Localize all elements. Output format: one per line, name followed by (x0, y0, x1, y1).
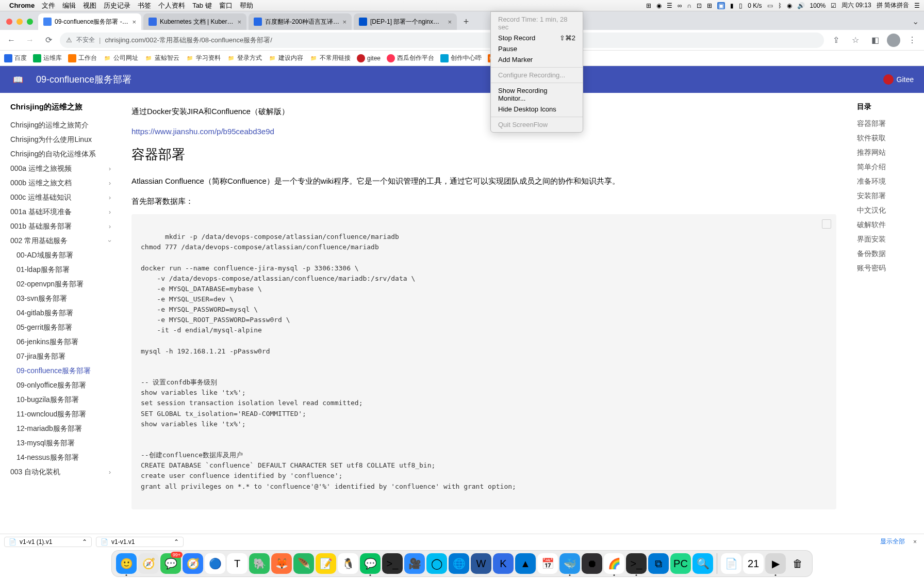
bookmark-gitee[interactable]: gitee (357, 54, 381, 62)
menu-profile[interactable]: 个人资料 (158, 1, 185, 10)
toc-item[interactable]: 备份数据 (857, 247, 919, 261)
menu-history[interactable]: 历史记录 (104, 1, 130, 10)
headphones-icon[interactable]: ∩ (687, 2, 692, 9)
window-minimize[interactable] (16, 19, 23, 25)
bookmark-workbench[interactable]: 工作台 (68, 54, 97, 62)
bookmark-folder-build[interactable]: 📁建设内容 (268, 54, 303, 62)
evernote-menubar-icon[interactable]: ☰ (667, 2, 672, 9)
download-menu-icon[interactable]: ⌃ (174, 538, 179, 545)
sidebar-item[interactable]: 06-jenkins服务部署 (10, 335, 111, 349)
sidebar-item[interactable]: Chrisjing的运维之旅简介 (10, 118, 111, 133)
dock-wps-w[interactable]: W (471, 553, 491, 574)
dock-chrome[interactable]: 🌈 (604, 553, 624, 574)
menu-help[interactable]: 帮助 (240, 1, 253, 10)
sidebar-item[interactable]: 003 自动化装机› (10, 465, 111, 479)
menu-view[interactable]: 视图 (83, 1, 96, 10)
wifi-icon[interactable]: ◉ (787, 2, 792, 9)
chevron-icon[interactable]: › (106, 240, 113, 242)
gitee-link[interactable]: Gitee (883, 74, 914, 85)
bookmark-yunweiku[interactable]: 运维库 (33, 54, 62, 62)
chevron-icon[interactable]: › (109, 165, 111, 172)
dock-docker[interactable]: 🐳 (559, 553, 580, 574)
bookmark-folder-company[interactable]: 📁公司网址 (103, 54, 138, 62)
sidebar-item[interactable]: 09-confluence服务部署 (10, 364, 111, 378)
sidebar-item[interactable]: Chrisjing的自动化运维体系 (10, 147, 111, 162)
wechat-menubar-icon[interactable]: ◉ (656, 2, 662, 9)
dock-firefox[interactable]: 🦊 (271, 553, 292, 574)
bookmark-folder-login[interactable]: 📁登录方式 (227, 54, 262, 62)
dock-app1[interactable]: ◯ (426, 553, 447, 574)
dock-calendar[interactable]: 📅 (537, 553, 558, 574)
window-close[interactable] (6, 19, 12, 25)
bookmark-star-icon[interactable]: ☆ (848, 33, 863, 48)
dock-pycharm[interactable]: PC (670, 553, 691, 574)
sidebar-item[interactable]: 001a 基础环境准备› (10, 205, 111, 219)
dock-iterm[interactable]: >_ (626, 553, 647, 574)
download-item-1[interactable]: 📄 v1-v1 (1).v1 ⌃ (4, 537, 92, 547)
sidebar-item[interactable]: 000a 运维之旅视频› (10, 162, 111, 176)
dock-zoom[interactable]: 🎥 (404, 553, 425, 574)
download-item-2[interactable]: 📄 v1-v1.v1 ⌃ (96, 537, 184, 547)
chevron-icon[interactable]: › (109, 208, 111, 216)
menubar-icon[interactable]: ⊞ (646, 2, 651, 9)
chevron-icon[interactable]: › (109, 180, 111, 187)
sidebar-item[interactable]: 00-AD域服务部署 (10, 248, 111, 263)
dock-cal[interactable]: 21 (743, 553, 764, 574)
dock-azure[interactable]: ▲ (515, 553, 536, 574)
not-secure-icon[interactable]: ⚠ (66, 36, 72, 44)
menu-bookmarks[interactable]: 书签 (138, 1, 151, 10)
dock-finder[interactable]: 🙂 (116, 553, 137, 574)
pause-record[interactable]: Pause (491, 43, 583, 54)
sidebar-item[interactable]: Chrisjing为什么使用Linux (10, 133, 111, 147)
sidebar-item[interactable]: 002 常用基础服务› (10, 234, 111, 248)
toc-item[interactable]: 准备环境 (857, 174, 919, 189)
jianshu-link[interactable]: https://www.jianshu.com/p/b95ceabd3e9d (131, 127, 274, 136)
chevron-icon[interactable]: › (109, 469, 111, 476)
bookmark-bilibili[interactable]: 创作中心哔 (440, 54, 482, 62)
show-monitor[interactable]: Show Recording Monitor... (491, 85, 583, 104)
dock-yuque[interactable]: 🪶 (293, 553, 314, 574)
tab-close-icon[interactable]: × (132, 18, 136, 26)
hide-desktop-icons[interactable]: Hide Desktop Icons (491, 104, 583, 115)
dock-vscode[interactable]: ⧉ (648, 553, 669, 574)
dock-edge[interactable]: 🌐 (449, 553, 469, 574)
toc-item[interactable]: 软件获取 (857, 131, 919, 146)
tab-3[interactable]: 百度翻译-200种语言互译、沟通 × (249, 13, 352, 30)
sidebar-item[interactable]: 12-mariadb服务部署 (10, 422, 111, 436)
stop-record[interactable]: Stop Record⇧⌘2 (491, 33, 583, 43)
back-button[interactable]: ← (4, 33, 19, 47)
control-center-icon[interactable]: ☰ (914, 2, 920, 9)
sidebar-item[interactable]: 03-svn服务部署 (10, 292, 111, 306)
bookmark-xigua[interactable]: 西瓜创作平台 (387, 54, 434, 62)
app-name[interactable]: Chrome (9, 2, 35, 9)
dock-safari[interactable]: 🧭 (138, 553, 159, 574)
battery-icon[interactable]: ☑ (831, 2, 836, 9)
bluetooth-icon[interactable]: ᛒ (778, 2, 782, 9)
reload-button[interactable]: ⟳ (41, 33, 56, 47)
add-marker[interactable]: Add Marker (491, 54, 583, 65)
dock-qq[interactable]: 🐧 (338, 553, 358, 574)
toc-item[interactable]: 安装部署 (857, 189, 919, 203)
dock-lens[interactable]: 🔍 (692, 553, 713, 574)
download-menu-icon[interactable]: ⌃ (82, 538, 87, 545)
tab-4[interactable]: [DEP-1] 部署一个nginx集群 - Ji × (354, 13, 457, 30)
sidebar-item[interactable]: 000b 运维之旅文档› (10, 176, 111, 190)
chrome-menu-icon[interactable]: ⋮ (904, 33, 920, 48)
dock-safari2[interactable]: 🧭 (183, 553, 203, 574)
sync-icon[interactable]: ∞ (678, 2, 682, 9)
toc-item[interactable]: 推荐网站 (857, 146, 919, 160)
code-block[interactable]: mkdir -p /data/devops-compose/atlassian/… (131, 214, 836, 509)
clock[interactable]: 周六 09:13 (842, 1, 871, 10)
screenflow-menubar-icon[interactable]: ▣ (717, 2, 725, 9)
sidebar-item[interactable]: 09-onlyoffice服务部署 (10, 378, 111, 393)
tab-close-icon[interactable]: × (448, 18, 452, 26)
tab-close-icon[interactable]: × (237, 18, 241, 26)
menu-tab[interactable]: Tab 键 (192, 1, 212, 10)
dock-terminal[interactable]: >_ (382, 553, 403, 574)
sidebar-item[interactable]: 001b 基础服务部署› (10, 219, 111, 234)
tab-2[interactable]: Kubernetes 文档 | Kubernetes × (143, 13, 246, 30)
dock-trash[interactable]: 🗑 (787, 553, 808, 574)
close-downloads-bar[interactable]: × (910, 538, 920, 545)
dock-textedit[interactable]: 📄 (721, 553, 741, 574)
chevron-icon[interactable]: › (109, 194, 111, 201)
